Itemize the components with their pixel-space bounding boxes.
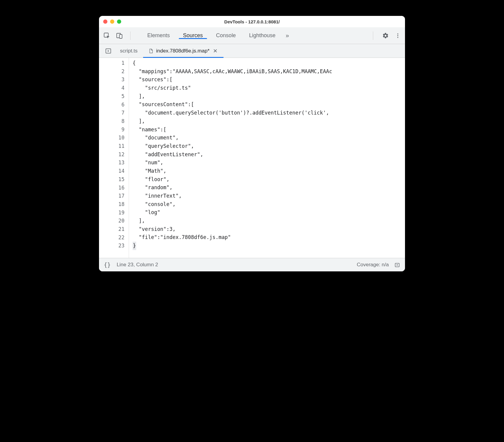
line-number: 9 [99, 126, 124, 134]
code-line[interactable]: ], [133, 92, 405, 101]
code-line[interactable]: "num", [133, 159, 405, 167]
code-line[interactable]: "version":3, [133, 225, 405, 234]
svg-point-4 [397, 35, 398, 36]
kebab-menu-icon[interactable] [395, 33, 401, 39]
line-number: 18 [99, 200, 124, 209]
line-number: 13 [99, 159, 124, 167]
line-number: 15 [99, 175, 124, 184]
line-number: 1 [99, 59, 124, 67]
line-gutter: 1234567891011121314151617181920212223 [99, 58, 129, 258]
code-content[interactable]: { "mappings":"AAAAA,SAASC,cAAc,WAAWC,iBA… [129, 58, 405, 258]
line-number: 11 [99, 142, 124, 151]
line-number: 8 [99, 117, 124, 126]
toolbar-separator [130, 31, 130, 40]
code-line[interactable]: "Math", [133, 167, 405, 175]
close-icon[interactable]: ✕ [212, 48, 218, 54]
line-number: 7 [99, 109, 124, 117]
svg-rect-2 [119, 34, 122, 38]
cursor-position: Line 23, Column 2 [117, 262, 158, 268]
line-number: 2 [99, 67, 124, 76]
code-line[interactable]: ], [133, 117, 405, 126]
file-tab-label: script.ts [120, 48, 138, 54]
line-number: 19 [99, 209, 124, 217]
traffic-lights [103, 19, 121, 24]
statusbar: {} Line 23, Column 2 Coverage: n/a [99, 258, 405, 271]
code-line[interactable]: "document.querySelector('button')?.addEv… [133, 109, 405, 117]
toolbar-left: Elements Sources Console Lighthouse » [103, 31, 292, 40]
code-line[interactable]: "innerText", [133, 192, 405, 200]
code-line[interactable]: "floor", [133, 175, 405, 184]
more-tabs-icon[interactable]: » [282, 32, 292, 39]
window-zoom-button[interactable] [117, 19, 121, 24]
line-number: 12 [99, 151, 124, 159]
code-line[interactable]: ], [133, 217, 405, 225]
file-tab-script-ts[interactable]: script.ts [115, 44, 143, 58]
line-number: 14 [99, 167, 124, 175]
line-number: 3 [99, 76, 124, 84]
code-editor[interactable]: 1234567891011121314151617181920212223 { … [99, 58, 405, 258]
svg-point-3 [397, 33, 398, 34]
window-minimize-button[interactable] [110, 19, 114, 24]
code-line[interactable]: "random", [133, 184, 405, 192]
line-number: 10 [99, 134, 124, 142]
code-line[interactable]: } [133, 242, 405, 250]
titlebar: DevTools - 127.0.0.1:8081/ [99, 16, 405, 27]
window-close-button[interactable] [103, 19, 107, 24]
line-number: 23 [99, 242, 124, 250]
line-number: 22 [99, 234, 124, 242]
tab-elements[interactable]: Elements [141, 32, 176, 39]
main-toolbar: Elements Sources Console Lighthouse » [99, 27, 405, 44]
code-line[interactable]: "document", [133, 134, 405, 142]
toolbar-right [371, 31, 401, 40]
code-line[interactable]: "mappings":"AAAAA,SAASC,cAAc,WAAWC,iBAAi… [133, 67, 405, 76]
tab-sources[interactable]: Sources [176, 32, 209, 39]
file-tabs: script.ts index.7808df6e.js.map* ✕ [99, 44, 405, 58]
code-line[interactable]: "names":[ [133, 126, 405, 134]
file-icon [148, 48, 153, 54]
code-line[interactable]: "log" [133, 208, 405, 217]
navigator-toggle-icon[interactable] [102, 44, 115, 58]
device-toolbar-icon[interactable] [116, 32, 123, 39]
code-line[interactable]: "sources":[ [133, 76, 405, 84]
pretty-print-icon[interactable]: {} [104, 261, 111, 268]
line-number: 4 [99, 84, 124, 92]
tab-console[interactable]: Console [209, 32, 242, 39]
code-line[interactable]: "file":"index.7808df6e.js.map" [133, 233, 405, 242]
code-line[interactable]: { [133, 59, 405, 67]
line-number: 16 [99, 184, 124, 192]
code-line[interactable]: "addEventListener", [133, 151, 405, 159]
file-tab-index-map[interactable]: index.7808df6e.js.map* ✕ [143, 44, 224, 58]
gear-icon[interactable] [382, 32, 389, 39]
toolbar-separator-right [373, 31, 373, 40]
collapse-drawer-icon[interactable] [394, 262, 400, 268]
svg-point-5 [397, 37, 398, 38]
inspect-element-icon[interactable] [103, 32, 110, 39]
panel-tabs: Elements Sources Console Lighthouse » [141, 32, 292, 39]
line-number: 21 [99, 225, 124, 234]
coverage-status: Coverage: n/a [357, 262, 389, 268]
window-title: DevTools - 127.0.0.1:8081/ [99, 19, 405, 24]
tab-lighthouse[interactable]: Lighthouse [242, 32, 282, 39]
devtools-window: DevTools - 127.0.0.1:8081/ Elements Sour… [99, 16, 405, 271]
line-number: 17 [99, 192, 124, 200]
code-line[interactable]: "console", [133, 200, 405, 209]
code-line[interactable]: "sourcesContent":[ [133, 100, 405, 109]
line-number: 5 [99, 92, 124, 101]
line-number: 6 [99, 101, 124, 109]
code-line[interactable]: "querySelector", [133, 142, 405, 151]
line-number: 20 [99, 217, 124, 225]
file-tab-label: index.7808df6e.js.map* [156, 48, 210, 54]
code-line[interactable]: "src/script.ts" [133, 84, 405, 92]
